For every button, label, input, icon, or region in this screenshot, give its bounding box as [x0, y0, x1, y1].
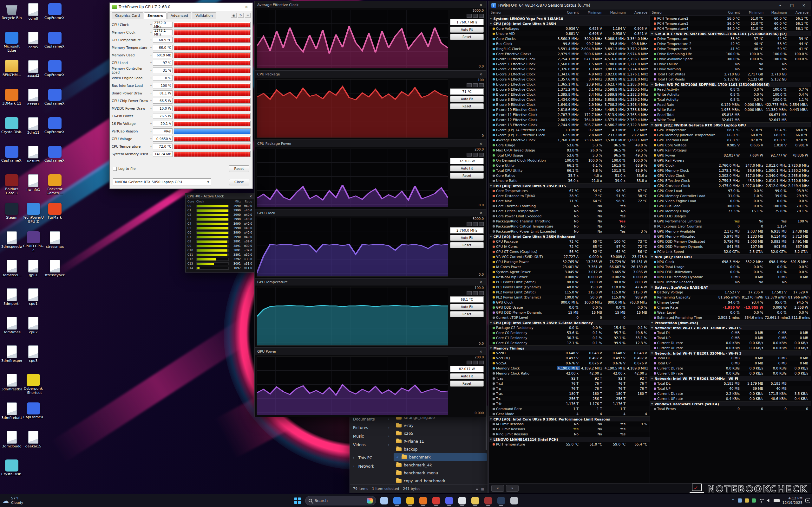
- hidden-icons-chevron[interactable]: ^: [732, 498, 735, 503]
- sensor-row[interactable]: Drive Temperature 341 °C40 °C50 °C41 °C: [650, 46, 811, 51]
- graph-config-icon[interactable]: [473, 291, 478, 295]
- graph-pin-icon[interactable]: [467, 83, 472, 87]
- large-icons-view-icon[interactable]: ▦: [481, 487, 484, 491]
- sensor-row[interactable]: Max CPU/Thread Usage83.8 %26.0 %96.5 %79…: [489, 148, 650, 153]
- sensor-row[interactable]: E-core 4 Effective Clock1,357.6 MHz8.4 M…: [489, 77, 650, 82]
- sensor-section-header[interactable]: ▼CPU [#0]: Intel Core Ultra 9 285H: DTS: [489, 183, 650, 188]
- sensor-row[interactable]: Rest-of-Chip Power0.000 W0.000 W0.002 W0…: [489, 274, 650, 279]
- sensor-row[interactable]: Package/Ring Thermal ThrottlingNoNoYes: [489, 219, 650, 224]
- column-header[interactable]: Sensor: [651, 11, 718, 14]
- taskbar-discord-button[interactable]: [444, 495, 455, 506]
- sensor-row[interactable]: E-core 6 Effective Clock1,371.2 MHz3.1 M…: [489, 87, 650, 92]
- sensor-row[interactable]: GPU Crossbar Clock2,475.0 MHz1,027.0 MHz…: [650, 183, 811, 188]
- volume-icon[interactable]: [767, 498, 771, 503]
- sensor-row[interactable]: VccDDQ0.497 V0.497 V0.497 V0.497 V: [489, 355, 650, 360]
- sensor-row[interactable]: Charge Level94.0 %93.4 %95.0 %94.5 %: [650, 300, 811, 305]
- sensor-row[interactable]: Core C1 Residency30.3 %0.1 %92.1 %33.1 %: [489, 335, 650, 340]
- graph-config-icon[interactable]: [473, 222, 478, 226]
- autofit-button[interactable]: Auto Fit: [450, 304, 484, 310]
- sensor-row[interactable]: Battery Voltage17.527 V17.235 V17.581 V1…: [650, 290, 811, 295]
- media-next-icon[interactable]: »: [506, 485, 519, 492]
- desktop-icon[interactable]: Steam: [1, 203, 22, 229]
- column-header[interactable]: Current: [557, 11, 580, 14]
- sensor-row[interactable]: Total UP0 MB0 MB0 MB0 MB: [650, 360, 811, 366]
- sensor-row[interactable]: E-core (LP) 15 Effective Clock62.9 MHz2.…: [489, 132, 650, 137]
- sensor-row[interactable]: VccSA0.676 V0.676 V0.676 V0.676 V: [489, 360, 650, 366]
- sensor-row[interactable]: Bus Clock99.8 MHz99.7 MHz99.8 MHz99.8 MH…: [489, 41, 650, 46]
- nav-item-music[interactable]: Music›: [350, 432, 393, 441]
- sensor-label[interactable]: CPU Temperature▾: [112, 145, 152, 148]
- sensor-row[interactable]: Package/Ring Critical TemperatureNoNoNo: [489, 224, 650, 229]
- sensor-section-header[interactable]: ▼Memory Timings: [489, 345, 650, 350]
- sensor-row[interactable]: P-core 13 Effective Clock2,744.9 MHz505.…: [489, 122, 650, 127]
- close-icon[interactable]: ×: [478, 72, 484, 76]
- sensor-row[interactable]: GPU Memory Allocated5,978 MB1,233 MB6,11…: [650, 234, 811, 239]
- autofit-button[interactable]: Auto Fit: [450, 26, 484, 33]
- sensor-row[interactable]: GPU Memory Usage73.3 %15.1 %75.0 %70.1 %: [650, 209, 811, 214]
- sensor-row[interactable]: PL2 Power Limit (Dynamic)100.0 W50.0 W11…: [489, 295, 650, 300]
- graph-config-icon[interactable]: [473, 153, 478, 157]
- desktop-icon[interactable]: 3dmportr: [1, 288, 22, 314]
- graph-window-titlebar[interactable]: CPU Package×: [255, 71, 486, 78]
- refresh-icon[interactable]: ↻: [238, 13, 244, 18]
- sensor-row[interactable]: Command Rate1 T1 T1 T: [489, 406, 650, 411]
- sensor-row[interactable]: GPU D3D Usages: [650, 214, 811, 219]
- taskbar-settings-button[interactable]: [508, 495, 520, 506]
- sensor-row[interactable]: Trp76 T76 T76 T76 T: [489, 386, 650, 391]
- sensor-row[interactable]: Core C6 Residency12.1 %0.1 %99.9 %12.3 %: [489, 340, 650, 345]
- desktop-icon[interactable]: Baldurs Gate 3: [1, 174, 22, 200]
- battery-icon[interactable]: [774, 499, 780, 502]
- sensor-row[interactable]: GPU D3D Usage0.0 %0.0 %0.0 %0.0 %: [489, 305, 650, 310]
- sensor-row[interactable]: Average Effective Clock1,760.7 MHz233.6 …: [489, 137, 650, 143]
- desktop-icon[interactable]: CrystalDisk...: [1, 117, 22, 143]
- close-icon[interactable]: ×: [478, 280, 484, 284]
- nav-item-network[interactable]: ›Network: [350, 462, 393, 470]
- column-header[interactable]: Average: [788, 11, 810, 14]
- autofit-button[interactable]: Auto Fit: [450, 235, 484, 241]
- sensor-row[interactable]: GPU Core Voltage0.985 V0.635 V1.010 V0.9…: [650, 143, 811, 148]
- sensor-row[interactable]: GPU Core Load97.0 %0.0 %99.0 %93.9 %: [650, 188, 811, 193]
- sensor-label[interactable]: Bus Interface Load▾: [112, 83, 152, 88]
- sensor-row[interactable]: Drive Temperature 242 °C40 °C58 °C44 °C: [650, 41, 811, 46]
- sensor-row[interactable]: Total DL5,183 MB5,179 MB5,183 MB: [650, 381, 811, 386]
- taskbar-app-red-button[interactable]: [430, 495, 442, 506]
- sensor-row[interactable]: Current UP rate0.0 KB/s0.0 KB/s0.0 KB/s0…: [650, 345, 811, 350]
- sensor-row[interactable]: Total UP0 MB0 MB0 MB0 MB: [650, 335, 811, 340]
- column-header[interactable]: Minimum: [580, 11, 604, 14]
- sensor-row[interactable]: Core Distance to TjMAX38 °C7 °C51 °C38 °…: [489, 193, 650, 199]
- scrollbar[interactable]: [486, 415, 487, 450]
- graph-config-icon[interactable]: [473, 83, 478, 87]
- screenshot-icon[interactable]: ◉: [231, 13, 237, 18]
- sensor-row[interactable]: Read Activity0.8 %0.0 %100.0 %0.7 %: [650, 87, 811, 92]
- sensor-row[interactable]: Core Effective Clocks2,979.5 MHz500.6 MH…: [489, 51, 650, 56]
- notification-bell-icon[interactable]: [805, 498, 810, 503]
- sensor-row[interactable]: P-core 0 Effective Clock2,754.1 MHz671.9…: [489, 56, 650, 61]
- sensor-row[interactable]: GPU Memory Available2,173 MB2,037 MB6,91…: [650, 229, 811, 234]
- sensor-label[interactable]: GPU Clock▾: [112, 23, 152, 26]
- desktop-icon[interactable]: CapFrameX...: [44, 117, 65, 143]
- sensor-row[interactable]: Drive Available Spare100.0 %100.0 %100.0…: [650, 56, 811, 61]
- taskbar-steam-button[interactable]: [496, 495, 507, 506]
- nav-item-this-pc[interactable]: ›This PC: [350, 453, 393, 462]
- sensor-row[interactable]: Core Critical TemperatureNoNoNo: [489, 209, 650, 214]
- desktop-icon[interactable]: 3dm11: [23, 117, 44, 143]
- sensor-row[interactable]: Total Host Writes2,718 GB2,717 GB2,718 G…: [650, 72, 811, 77]
- reset-button[interactable]: Reset: [450, 311, 484, 317]
- taskbar-chrome-button[interactable]: [404, 495, 416, 506]
- desktop-icon[interactable]: CapFrameX...: [44, 32, 65, 58]
- sensor-row[interactable]: Current cTDP Level000: [489, 315, 650, 320]
- graph-pin-icon[interactable]: [467, 291, 472, 295]
- sensor-row[interactable]: Trfc1,176 T1,176 T1,176 T: [489, 401, 650, 406]
- desktop-icon[interactable]: CapFrameX...: [44, 89, 65, 115]
- reset-button[interactable]: Reset: [450, 381, 484, 387]
- sensor-row[interactable]: E-core 1 Effective Clock1,560.0 MHz1.5 M…: [489, 61, 650, 66]
- desktop-icon[interactable]: Microsoft Edge: [1, 32, 22, 58]
- sensor-label[interactable]: 16-Pin Voltage▾: [112, 122, 152, 125]
- sensor-row[interactable]: NPU Total Usage0.0 %0.0 %0.0 %0.0 %: [650, 264, 811, 269]
- sensor-section-header[interactable]: ▼Network: Intel Wi-Fi 7 BE201 320MHz - W…: [650, 325, 811, 330]
- desktop-icon[interactable]: 3dmcloudg: [1, 431, 22, 457]
- sensor-label[interactable]: Memory Controller Load▾: [112, 66, 152, 74]
- sensor-row[interactable]: VccIO0.648 V0.648 V0.648 V0.648 V: [489, 350, 650, 355]
- sensor-row[interactable]: Ring/LLC Clock3,591.4 MHz2,094.9 MHz3,89…: [489, 46, 650, 51]
- sensor-row[interactable]: Ring Limit ReasonsNoNoYes: [489, 432, 650, 437]
